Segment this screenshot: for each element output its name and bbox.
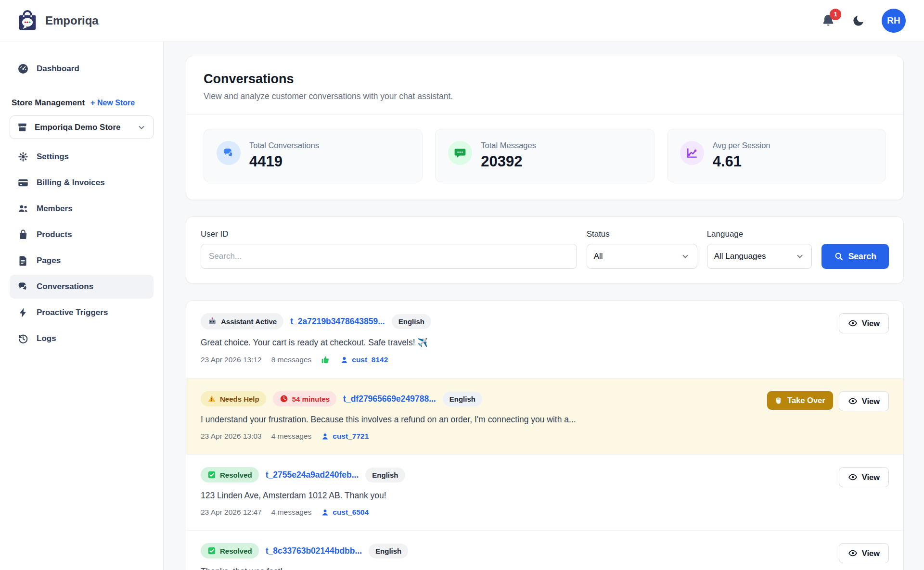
sidebar-item-settings[interactable]: Settings	[10, 145, 154, 169]
view-button[interactable]: View	[839, 391, 889, 411]
needs-help-badge: Needs Help	[201, 391, 266, 406]
user-id-search-input[interactable]	[201, 244, 577, 269]
person-icon	[321, 508, 329, 517]
sidebar: Dashboard Store Management + New Store E…	[0, 41, 164, 570]
language-select-value: All Languages	[714, 252, 766, 261]
language-badge: English	[365, 468, 405, 482]
chevron-down-icon	[795, 252, 805, 261]
user-id-label: User ID	[201, 229, 577, 239]
brand-name: Emporiqa	[45, 14, 99, 27]
sidebar-item-label: Members	[37, 204, 73, 214]
sidebar-item-logs[interactable]: Logs	[10, 327, 154, 351]
customer-link[interactable]: cust_7721	[321, 432, 369, 441]
page-title: Conversations	[204, 72, 886, 87]
resolved-badge: Resolved	[201, 543, 259, 558]
view-button[interactable]: View	[839, 467, 889, 487]
storefront-icon	[17, 122, 28, 133]
message-count: 4 messages	[271, 432, 312, 441]
notifications-button[interactable]: 1	[821, 13, 835, 28]
warning-triangle-icon	[207, 394, 216, 403]
store-selector-value: Emporiqa Demo Store	[35, 123, 130, 132]
waiting-time-badge: 54 minutes	[273, 391, 336, 406]
take-over-button[interactable]: Take Over	[767, 391, 833, 410]
thread-link[interactable]: t_2755e24a9ad240feb...	[266, 470, 359, 480]
filter-card: User ID Status All Language All Lan	[186, 216, 904, 284]
stat-value: 20392	[481, 153, 536, 170]
customer-link[interactable]: cust_8142	[340, 355, 388, 364]
search-icon	[834, 252, 844, 261]
sidebar-item-label: Settings	[37, 152, 69, 162]
check-square-icon	[207, 546, 216, 555]
search-button[interactable]: Search	[821, 244, 889, 269]
chevron-down-icon	[680, 252, 690, 261]
sidebar-item-pages[interactable]: Pages	[10, 249, 154, 273]
notification-badge: 1	[830, 9, 841, 20]
eye-icon	[848, 318, 858, 328]
conversation-row: Assistant Active t_2a7219b3478643859... …	[186, 301, 903, 378]
view-button[interactable]: View	[839, 313, 889, 333]
stat-label: Total Messages	[481, 141, 536, 150]
language-badge: English	[392, 314, 431, 329]
dashboard-gauge-icon	[17, 63, 29, 75]
history-icon	[17, 333, 29, 344]
thread-link[interactable]: t_2a7219b3478643859...	[290, 317, 385, 327]
sidebar-item-label: Pages	[37, 256, 61, 266]
page-subtitle: View and analyze customer conversations …	[204, 91, 886, 101]
sidebar-item-dashboard[interactable]: Dashboard	[10, 57, 154, 81]
credit-card-icon	[17, 177, 29, 189]
stat-total-conversations: Total Conversations 4419	[204, 129, 423, 182]
sidebar-item-billing[interactable]: Billing & Invoices	[10, 171, 154, 195]
avatar[interactable]: RH	[882, 9, 906, 33]
view-button[interactable]: View	[839, 543, 889, 563]
conversation-message: 123 Linden Ave, Amsterdam 1012 AB. Thank…	[201, 491, 829, 501]
clock-icon	[280, 394, 288, 403]
person-icon	[340, 356, 348, 364]
check-square-icon	[207, 470, 216, 479]
thread-link[interactable]: t_8c33763b02144bdbb...	[266, 546, 362, 556]
language-select[interactable]: All Languages	[707, 244, 812, 269]
language-badge: English	[369, 544, 408, 558]
message-dots-icon	[448, 141, 472, 165]
gear-icon	[17, 151, 29, 163]
main-content: Conversations View and analyze customer …	[164, 41, 924, 570]
conversation-message: Great choice. Your cart is ready at chec…	[201, 338, 829, 348]
status-select[interactable]: All	[587, 244, 697, 269]
sidebar-item-label: Billing & Invoices	[37, 178, 105, 188]
chevron-down-icon	[137, 123, 146, 132]
status-label: Status	[587, 229, 697, 239]
sidebar-item-label: Proactive Triggers	[37, 308, 108, 317]
topbar: Emporiqa 1 RH	[0, 0, 924, 41]
sidebar-item-label: Dashboard	[37, 64, 79, 74]
users-icon	[17, 203, 29, 215]
conversation-row-needs-help: Needs Help 54 minutes t_df27965669e24978…	[186, 378, 903, 454]
sidebar-item-label: Logs	[37, 334, 56, 343]
language-label: Language	[707, 229, 812, 239]
robot-icon	[207, 317, 217, 326]
stat-total-messages: Total Messages 20392	[435, 129, 654, 182]
conversations-list-card: Assistant Active t_2a7219b3478643859... …	[186, 300, 904, 570]
sidebar-item-products[interactable]: Products	[10, 223, 154, 247]
sidebar-item-proactive-triggers[interactable]: Proactive Triggers	[10, 301, 154, 325]
sidebar-item-members[interactable]: Members	[10, 197, 154, 221]
eye-icon	[848, 548, 858, 558]
stat-value: 4419	[249, 153, 319, 170]
hand-icon	[775, 396, 783, 405]
conversation-message: I understand your frustration. Because t…	[201, 415, 757, 425]
thread-link[interactable]: t_df27965669e249788...	[343, 394, 436, 404]
message-count: 8 messages	[271, 355, 312, 364]
section-title: Store Management	[12, 98, 85, 108]
product-bag-icon	[17, 229, 29, 241]
brand-logo-icon	[16, 10, 38, 32]
new-store-button[interactable]: + New Store	[90, 99, 135, 107]
language-badge: English	[443, 392, 482, 406]
store-selector[interactable]: Emporiqa Demo Store	[10, 115, 154, 139]
moon-icon[interactable]	[852, 14, 865, 27]
chat-bubbles-icon	[217, 141, 241, 165]
message-count: 4 messages	[271, 508, 312, 517]
page-header-card: Conversations View and analyze customer …	[186, 56, 904, 200]
customer-link[interactable]: cust_6504	[321, 508, 369, 517]
sidebar-item-conversations[interactable]: Conversations	[10, 275, 154, 299]
status-select-value: All	[594, 252, 603, 261]
conversation-date: 23 Apr 2026 13:12	[201, 355, 262, 364]
bolt-icon	[17, 307, 29, 318]
